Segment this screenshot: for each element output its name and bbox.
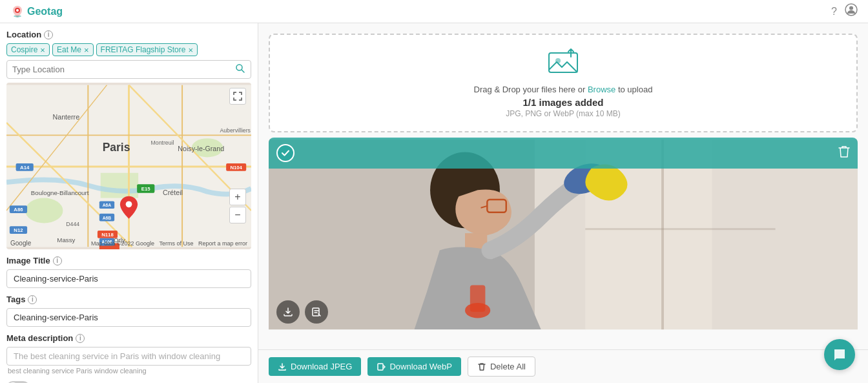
svg-text:A6B: A6B [103, 216, 112, 220]
svg-point-1 [16, 9, 19, 12]
tag-label-freitag: FREITAG Flagship Store [101, 45, 186, 54]
location-info-icon[interactable]: i [44, 30, 53, 39]
drop-zone[interactable]: Drag & Drop your files here or Browse to… [269, 34, 858, 132]
tags-info-icon[interactable]: i [28, 295, 37, 304]
svg-text:Aubervilliers: Aubervilliers [220, 127, 251, 134]
export-preview-btn[interactable] [305, 300, 328, 324]
chat-float-button[interactable] [824, 339, 855, 370]
svg-text:A6A: A6A [103, 203, 112, 207]
search-icon [235, 63, 245, 76]
map-svg: A14 A86 N12 N118 N104 A6B A6A A106 [6, 83, 251, 249]
logo-icon [10, 5, 25, 19]
drop-text: Drag & Drop your files here or Browse to… [283, 85, 843, 94]
svg-text:Noisy-le-Grand: Noisy-le-Grand [178, 145, 224, 152]
svg-point-3 [849, 6, 853, 10]
svg-rect-52 [549, 53, 577, 72]
images-count: 1/1 images added [283, 97, 843, 108]
help-icon[interactable]: ? [831, 6, 837, 17]
svg-text:Créteil: Créteil [163, 189, 183, 196]
remove-eatme-btn[interactable]: × [84, 46, 89, 54]
download-preview-btn[interactable] [276, 300, 300, 324]
user-icon[interactable] [845, 3, 858, 19]
svg-text:Boulogne-Billancourt: Boulogne-Billancourt [31, 189, 89, 196]
upload-icon [283, 48, 843, 79]
svg-rect-68 [378, 364, 383, 370]
location-search-wrapper [6, 60, 251, 79]
svg-rect-9 [101, 173, 138, 198]
svg-point-51 [126, 201, 132, 207]
map-terms: Map data ©2022 Google Terms of Use Repor… [91, 240, 247, 247]
svg-line-5 [242, 70, 245, 73]
location-tag-freitag: FREITAG Flagship Store × [96, 43, 198, 56]
svg-text:N104: N104 [230, 165, 242, 171]
svg-text:A14: A14 [20, 165, 30, 171]
delete-all-button[interactable]: Delete All [468, 357, 535, 377]
tag-label-cospire: Cospire [11, 45, 37, 54]
map-area: A14 A86 N12 N118 N104 A6B A6A A106 [6, 83, 251, 249]
map-expand-btn[interactable] [229, 88, 246, 105]
svg-point-4 [236, 65, 242, 70]
svg-rect-66 [470, 285, 486, 311]
meta-description-input[interactable] [6, 347, 251, 366]
svg-text:N118: N118 [101, 232, 114, 238]
preview-header [269, 138, 858, 169]
tags-group: Tags i [6, 295, 251, 327]
main-layout: Location i Cospire × Eat Me × FREITAG Fl… [0, 23, 868, 383]
map-controls: + − [229, 189, 246, 223]
left-panel: Location i Cospire × Eat Me × FREITAG Fl… [0, 23, 258, 383]
header: Geotag ? [0, 0, 868, 23]
image-title-group: Image Title i [6, 256, 251, 288]
svg-text:D444: D444 [66, 221, 79, 227]
location-section-header: Location i [6, 30, 251, 39]
svg-text:N12: N12 [14, 227, 23, 233]
image-title-info-icon[interactable]: i [53, 256, 62, 265]
logo: Geotag [10, 5, 63, 19]
download-jpeg-button[interactable]: Download JPEG [269, 357, 361, 376]
images-format: JPG, PNG or WebP (max 10 MB) [283, 109, 843, 118]
image-title-input[interactable] [6, 269, 251, 288]
tags-input[interactable] [6, 308, 251, 327]
location-label: Location [6, 30, 41, 39]
svg-text:Paris: Paris [103, 141, 130, 154]
logo-text: Geotag [27, 6, 63, 17]
meta-description-group: Meta description i best cleaning service… [6, 333, 251, 375]
image-title-label: Image Title i [6, 256, 251, 265]
location-search-input[interactable] [12, 65, 235, 74]
bottom-bar: Download JPEG Download WebP Delete All [258, 349, 868, 383]
preview-trash-btn[interactable] [838, 145, 850, 161]
map-zoom-out-btn[interactable]: − [229, 207, 246, 223]
map-zoom-in-btn[interactable]: + [229, 189, 246, 205]
location-tag-cospire: Cospire × [6, 43, 50, 56]
browse-link[interactable]: Browse [588, 85, 615, 94]
tag-label-eatme: Eat Me [57, 45, 81, 54]
download-webp-button[interactable]: Download WebP [367, 357, 461, 376]
svg-point-7 [25, 198, 63, 223]
remove-freitag-btn[interactable]: × [188, 46, 193, 54]
svg-text:Montreuil: Montreuil [151, 140, 174, 146]
remove-cospire-btn[interactable]: × [40, 46, 45, 54]
download-webp-label: Download WebP [389, 362, 452, 371]
google-watermark: Google [10, 240, 31, 247]
svg-text:A86: A86 [14, 207, 23, 212]
svg-text:E15: E15 [141, 186, 150, 192]
tags-label: Tags i [6, 295, 251, 304]
right-panel: Drag & Drop your files here or Browse to… [258, 23, 868, 383]
location-tags-row: Cospire × Eat Me × FREITAG Flagship Stor… [6, 43, 251, 56]
download-jpeg-label: Download JPEG [291, 362, 352, 371]
svg-rect-58 [585, 228, 775, 230]
meta-description-info-icon[interactable]: i [76, 334, 85, 343]
svg-text:Nanterre: Nanterre [53, 113, 80, 121]
delete-all-label: Delete All [490, 362, 526, 371]
svg-rect-67 [313, 308, 319, 316]
svg-text:Massy: Massy [57, 236, 75, 243]
preview-actions-bottom [276, 300, 328, 324]
meta-description-label: Meta description i [6, 333, 251, 343]
location-tag-eatme: Eat Me × [52, 43, 94, 56]
image-preview-container [269, 138, 858, 349]
preview-check-icon [276, 144, 294, 162]
meta-suggestion-text: best cleaning service Paris window clean… [6, 367, 251, 375]
header-right: ? [831, 3, 858, 19]
